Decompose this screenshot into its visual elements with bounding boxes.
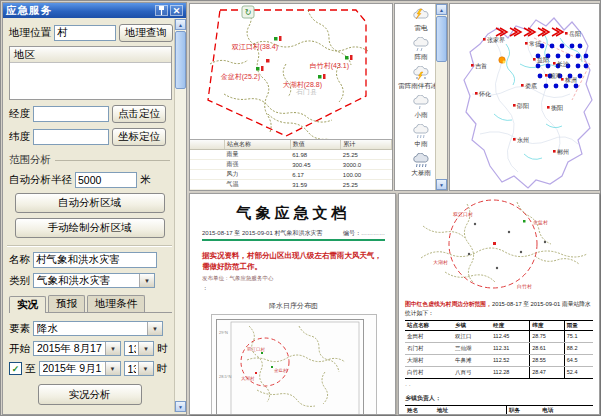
coord-locate-button[interactable]: 坐标定位 (112, 128, 166, 146)
shower-icon (412, 37, 430, 52)
scroll-up-icon[interactable]: ▲ (175, 19, 186, 30)
chevron-down-icon: ▼ (147, 322, 162, 335)
region-column-header[interactable]: 地区 (10, 47, 171, 63)
station-label: 金盆村(25.2) (221, 73, 260, 81)
document-colon: ： (202, 284, 385, 293)
tab-live[interactable]: 实况 (9, 296, 46, 313)
element-select[interactable]: 降水 ▼ (33, 321, 163, 336)
scrollbar-thumb[interactable] (436, 16, 447, 62)
col-header: 经度 (491, 321, 530, 331)
county-watermark: 石门县 (296, 88, 317, 96)
station-label: 白竹村(43.1) (310, 62, 349, 70)
scrollbar-thumb[interactable] (175, 31, 186, 89)
svg-text:湘潭: 湘潭 (549, 72, 561, 80)
document-number: 编号：………… (343, 229, 385, 238)
end-hour-select[interactable]: 13 ▼ (124, 361, 154, 376)
table-row[interactable]: 气温31.5925.25 (190, 180, 392, 190)
live-analysis-button[interactable]: 实况分析 (38, 384, 142, 405)
region-listbox[interactable]: 地区 (9, 46, 172, 100)
scroll-down-icon[interactable]: ▼ (175, 401, 186, 412)
svg-text:白竹村: 白竹村 (517, 283, 532, 290)
chevron-down-icon: ▼ (105, 342, 120, 355)
end-date-select[interactable]: 2015年 9月1日 ▼ (39, 361, 121, 376)
end-date-checkbox[interactable]: ✓ (9, 362, 22, 375)
start-date-select[interactable]: 2015年 8月17日 ▼ (33, 341, 121, 356)
document-divider (202, 239, 385, 241)
figure-map: 双江口村 金盆村 大湖村 111.5°E 112°E 112.5°E 29°N … (216, 319, 364, 416)
table-row[interactable]: 雨强300.453000.0 (190, 160, 392, 170)
legend-label: 大暴雨 (411, 169, 431, 178)
start-hour-select[interactable]: 13 ▼ (124, 341, 154, 356)
longitude-input[interactable] (33, 106, 109, 122)
scroll-down-icon[interactable]: ▼ (436, 179, 447, 190)
analysis-map-panel[interactable]: 双江口村(38.4) 金盆村(25.2) 大湖村(28.8) 白竹村(43.1)… (189, 3, 393, 191)
panel-scrollbar[interactable]: ▲ ▼ (174, 19, 186, 412)
auto-analysis-area-button[interactable]: 自动分析区域 (15, 193, 165, 213)
auto-radius-input[interactable] (75, 172, 137, 188)
svg-text:大湖村: 大湖村 (433, 259, 448, 266)
ellipsis: · · (405, 382, 593, 388)
manual-draw-area-button[interactable]: 手动绘制分析区域 (15, 218, 165, 238)
flag-icon (323, 74, 326, 79)
station-markers: 双江口村(38.4) 金盆村(25.2) 大湖村(28.8) 白竹村(43.1) (221, 36, 353, 89)
station-icon (523, 220, 526, 223)
tab-forecast[interactable]: 预报 (48, 295, 85, 312)
province-map-panel[interactable]: 张家界 常德 岳阳 吉首 益阳 长沙 湘潭 株洲 娄底 怀化 邵阳 衡阳 永州 … (449, 3, 600, 191)
station-icon (274, 37, 278, 41)
latitude-input[interactable] (33, 129, 109, 145)
document-map: 双江口村 金盆村 大湖村 白竹村 (405, 198, 593, 294)
thunderstorm-icon (412, 8, 430, 23)
refresh-map-icon[interactable]: ↻ (242, 6, 254, 18)
scroll-up-icon[interactable]: ▲ (436, 4, 447, 15)
figure-frame: 双江口村 金盆村 大湖村 111.5°E 112°E 112.5°E 29°N … (211, 314, 377, 416)
svg-text:29°N: 29°N (219, 330, 228, 335)
svg-text:吉首: 吉首 (475, 63, 487, 70)
category-select[interactable]: 气象和洪水灾害 ▼ (33, 273, 155, 288)
svg-text:金盆村: 金盆村 (274, 368, 288, 374)
tab-geo-condition[interactable]: 地理条件 (87, 295, 145, 312)
start-hour-unit: 时 (157, 342, 168, 356)
station-icon (256, 67, 260, 71)
chevron-down-icon: ▼ (138, 342, 153, 355)
table-caption: 图中红色虚线为村周边分析范围，2015-08-17 至 2015-09-01 雨… (405, 300, 593, 318)
figure-caption: 降水日序分布图 (202, 301, 385, 311)
col-header: 站点名称 (405, 321, 453, 331)
storm-icon (499, 57, 506, 64)
col-header: 雨量 (564, 321, 593, 331)
col-header: 电话 (540, 406, 593, 416)
svg-text:长沙: 长沙 (557, 61, 569, 67)
chevron-down-icon: ▼ (139, 274, 154, 287)
table-row[interactable]: 雨量61.9825.25 (190, 150, 392, 160)
name-input[interactable] (33, 252, 157, 268)
geo-location-input[interactable] (54, 25, 116, 41)
map-attribute-table[interactable]: 站点名称 数值 累计 雨量61.9825.25 雨强300.453000.0 风… (190, 139, 392, 190)
event-icon (266, 59, 270, 63)
pin-icon[interactable] (155, 5, 168, 16)
col-header: 纬度 (530, 321, 565, 331)
heavy-rain-icon (412, 153, 430, 168)
geo-query-button[interactable]: 地理查询 (119, 24, 173, 42)
province-map-canvas[interactable]: 张家界 常德 岳阳 吉首 益阳 长沙 湘潭 株洲 娄底 怀化 邵阳 衡阳 永州 … (450, 4, 599, 190)
end-hour-unit: 时 (157, 362, 168, 376)
panel-body: 地理位置 地理查询 地区 经度 点击定位 纬度 坐标定位 范围分析 自 (5, 19, 174, 412)
svg-text:张家界: 张家界 (487, 36, 505, 44)
col-header: 乡镇 (453, 321, 491, 331)
table-row[interactable]: 风力6.17100.00 (190, 170, 392, 180)
latitude-label: 纬度 (9, 130, 30, 144)
svg-text:↻: ↻ (245, 8, 252, 17)
col-header[interactable]: 数值 (290, 140, 341, 150)
mode-tabs: 实况 预报 地理条件 (9, 295, 172, 313)
legend-scrollbar[interactable]: ▲ ▼ (435, 4, 447, 190)
svg-text:邵阳: 邵阳 (516, 103, 529, 110)
document-subtext: 发布单位：气象应急服务中心 (202, 275, 385, 282)
geo-location-label: 地理位置 (9, 26, 51, 40)
legend-label: 雷电 (415, 24, 428, 33)
col-header[interactable]: 累计 (341, 140, 392, 150)
station-icon (318, 75, 322, 79)
flag-icon (279, 36, 282, 41)
analysis-map-canvas[interactable]: 双江口村(38.4) 金盆村(25.2) 大湖村(28.8) 白竹村(43.1)… (190, 4, 392, 150)
col-header[interactable]: 站点名称 (225, 140, 291, 150)
close-icon[interactable]: ✕ (170, 5, 183, 16)
click-locate-button[interactable]: 点击定位 (112, 105, 166, 123)
station-icon (345, 56, 349, 60)
